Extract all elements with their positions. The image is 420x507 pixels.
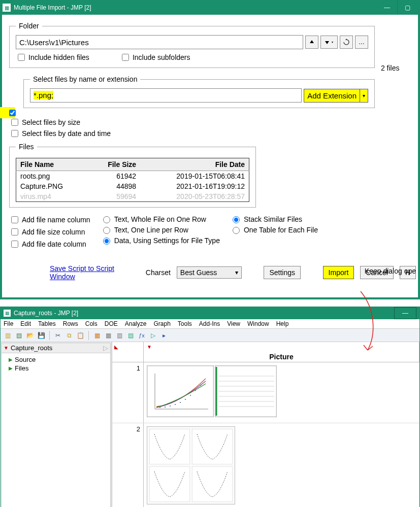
menu-edit[interactable]: Edit xyxy=(20,320,31,327)
tool5-icon[interactable]: ▷ xyxy=(148,330,158,341)
svg-point-3 xyxy=(170,405,171,407)
copy-icon[interactable]: ⧉ xyxy=(64,330,74,341)
import-button[interactable]: Import xyxy=(323,266,354,279)
file-row[interactable]: virus.mp4596942020-05-23T06:28:57 xyxy=(16,191,249,202)
folder-path-input[interactable] xyxy=(16,35,303,49)
menu-help[interactable]: Help xyxy=(276,320,289,327)
picture-cell[interactable] xyxy=(144,362,419,423)
svg-rect-22 xyxy=(192,466,233,502)
keep-open-label: Keep dialog ope xyxy=(365,267,416,275)
parse-data-radio[interactable]: Data, Using Settings for File Type xyxy=(101,236,220,245)
tool1-icon[interactable]: ▦ xyxy=(92,330,102,341)
menu-window[interactable]: Window xyxy=(247,320,269,327)
extension-input[interactable]: *.png; xyxy=(30,88,302,103)
titlebar[interactable]: ▦ Multiple File Import - JMP [2] — ▢ xyxy=(1,1,419,15)
disclosure-icon[interactable]: ◣ xyxy=(114,344,118,350)
minimize-button[interactable]: — xyxy=(394,307,416,319)
menu-graph[interactable]: Graph xyxy=(153,320,170,327)
folder-down-button[interactable] xyxy=(320,36,338,49)
grid-corner[interactable]: ◣ xyxy=(112,342,144,362)
col-filedate[interactable]: File Date xyxy=(140,158,249,171)
paste-icon[interactable]: 📋 xyxy=(75,330,85,341)
refresh-icon xyxy=(343,39,350,46)
new-script-icon[interactable]: ▤ xyxy=(14,330,24,341)
window-title: Multiple File Import - JMP [2] xyxy=(14,4,91,11)
cut-icon[interactable]: ✂ xyxy=(53,330,63,341)
extension-count: 2 files xyxy=(381,64,400,72)
refresh-button[interactable] xyxy=(340,36,353,49)
menu-view[interactable]: View xyxy=(227,320,240,327)
menu-file[interactable]: File xyxy=(4,320,13,327)
col-filesize[interactable]: File Size xyxy=(88,158,140,171)
script-item[interactable]: ▶Files xyxy=(9,364,108,373)
data-grid[interactable]: ◣ ▼ Picture 1 xyxy=(112,342,419,507)
menu-cols[interactable]: Cols xyxy=(85,320,98,327)
svg-rect-21 xyxy=(149,466,190,502)
app-icon: ▦ xyxy=(4,310,11,317)
app-icon: ▦ xyxy=(3,4,11,12)
toolbar[interactable]: ▥ ▤ 📂 💾 ✂ ⧉ 📋 ▦ ▦ ▥ ▤ ƒx ▷ ▸ xyxy=(1,329,419,342)
folder-up-button[interactable] xyxy=(305,36,318,49)
save-script-link[interactable]: Save Script to Script Window xyxy=(50,264,140,281)
tool3-icon[interactable]: ▥ xyxy=(114,330,124,341)
script-item[interactable]: ▶Source xyxy=(9,355,108,364)
hidden-files-check[interactable]: Include hidden files xyxy=(16,52,89,62)
row-number[interactable]: 2 xyxy=(112,423,144,507)
add-size-col-check[interactable]: Add file size column xyxy=(9,227,90,237)
file-row[interactable]: Capture.PNG448982021-01-16T19:09:12 xyxy=(16,181,249,191)
panel-grip-icon[interactable]: ▷ xyxy=(103,344,108,352)
settings-button[interactable]: Settings xyxy=(264,266,301,279)
thumbnail-multichart xyxy=(147,426,235,504)
save-icon[interactable]: 💾 xyxy=(36,330,46,341)
table-row[interactable]: 1 xyxy=(112,362,419,423)
tool6-icon[interactable]: ▸ xyxy=(159,330,169,341)
add-extension-button[interactable]: Add Extension ▾ xyxy=(304,89,368,103)
files-group: Files File Name File Size File Date root… xyxy=(9,143,256,208)
col-filename[interactable]: File Name xyxy=(16,158,89,171)
menu-doe[interactable]: DOE xyxy=(105,320,118,327)
menu-analyze[interactable]: Analyze xyxy=(125,320,147,327)
extension-group: Select files by name or extension *.png;… xyxy=(23,75,375,108)
file-row[interactable]: roots.png619422019-01-15T06:08:41 xyxy=(16,171,249,182)
tool2-icon[interactable]: ▦ xyxy=(103,330,113,341)
arrow-down-dropdown-icon xyxy=(325,39,334,45)
minimize-button[interactable]: — xyxy=(377,1,397,15)
window-body: Folder … Include hidden f xyxy=(1,15,419,299)
date-filter-check[interactable]: Select files by date and time xyxy=(9,128,111,139)
tool4-icon[interactable]: ▤ xyxy=(125,330,136,341)
menu-rows[interactable]: Rows xyxy=(63,320,78,327)
titlebar[interactable]: ▦ Capture_roots - JMP [2] — xyxy=(1,307,419,319)
ext-filter-check[interactable] xyxy=(9,110,16,116)
menubar[interactable]: FileEditTablesRowsColsDOEAnalyzeGraphToo… xyxy=(1,319,419,329)
charset-select[interactable]: Best Guess xyxy=(177,266,242,279)
maximize-button[interactable]: ▢ xyxy=(397,1,417,15)
stack-radio[interactable]: Stack Similar Files xyxy=(230,215,318,223)
subfolders-check[interactable]: Include subfolders xyxy=(120,52,190,62)
column-header[interactable]: ▼ Picture xyxy=(144,342,419,362)
menu-add-ins[interactable]: Add-Ins xyxy=(199,320,220,327)
dropdown-icon[interactable]: ▾ xyxy=(360,89,368,102)
disclosure-icon[interactable]: ▶ xyxy=(9,357,13,362)
thumbnail-chart xyxy=(147,365,214,417)
table-panel-head[interactable]: ▼ Capture_roots ▷ xyxy=(2,343,110,353)
disclosure-icon[interactable]: ▼ xyxy=(147,344,152,350)
each-table-radio[interactable]: One Table for Each File xyxy=(230,225,318,234)
disclosure-icon[interactable]: ▼ xyxy=(4,345,9,351)
disclosure-icon[interactable]: ▶ xyxy=(9,365,13,371)
menu-tables[interactable]: Tables xyxy=(38,320,56,327)
table-row[interactable]: 2 xyxy=(112,423,419,507)
row-number[interactable]: 1 xyxy=(112,362,144,423)
files-table: File Name File Size File Date roots.png6… xyxy=(16,158,249,202)
size-filter-check[interactable]: Select files by size xyxy=(9,117,80,127)
new-table-icon[interactable]: ▥ xyxy=(3,330,13,341)
add-name-col-check[interactable]: Add file name column xyxy=(9,215,90,225)
picture-cell[interactable] xyxy=(144,423,419,507)
parse-whole-radio[interactable]: Text, Whole File on One Row xyxy=(101,215,220,223)
parse-line-radio[interactable]: Text, One Line per Row xyxy=(101,225,220,234)
open-icon[interactable]: 📂 xyxy=(25,330,35,341)
browse-button[interactable]: … xyxy=(355,36,368,49)
fx-icon[interactable]: ƒx xyxy=(137,330,147,341)
menu-tools[interactable]: Tools xyxy=(178,320,192,327)
add-date-col-check[interactable]: Add file date column xyxy=(9,239,90,249)
svg-point-8 xyxy=(195,390,196,391)
